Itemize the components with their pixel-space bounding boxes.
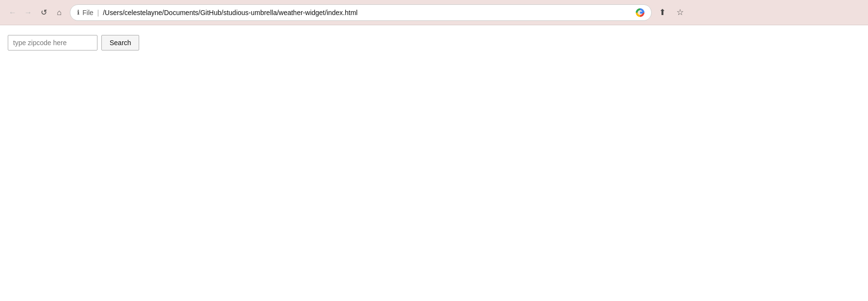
info-icon: ℹ bbox=[77, 9, 80, 16]
google-logo-icon bbox=[636, 8, 644, 17]
protocol-label: File bbox=[82, 9, 94, 17]
zipcode-input[interactable] bbox=[8, 35, 97, 50]
toolbar-icons: ⬆ ☆ bbox=[656, 6, 687, 19]
reload-button[interactable]: ↺ bbox=[37, 6, 50, 19]
back-button[interactable]: ← bbox=[6, 6, 19, 19]
browser-chrome: ← → ↺ ⌂ ℹ File | /Users/celestelayne/Doc… bbox=[0, 0, 868, 25]
page-content: Search bbox=[0, 25, 868, 301]
search-button[interactable]: Search bbox=[101, 35, 139, 50]
bookmark-button[interactable]: ☆ bbox=[673, 6, 687, 19]
nav-buttons: ← → ↺ ⌂ bbox=[6, 6, 66, 19]
address-url: /Users/celestelayne/Documents/GitHub/stu… bbox=[103, 9, 633, 17]
share-button[interactable]: ⬆ bbox=[656, 6, 669, 19]
google-logo-inner bbox=[640, 12, 643, 14]
home-button[interactable]: ⌂ bbox=[52, 6, 66, 19]
forward-button[interactable]: → bbox=[21, 6, 35, 19]
address-bar[interactable]: ℹ File | /Users/celestelayne/Documents/G… bbox=[70, 4, 652, 21]
search-form: Search bbox=[8, 35, 860, 50]
address-separator: | bbox=[97, 9, 99, 17]
